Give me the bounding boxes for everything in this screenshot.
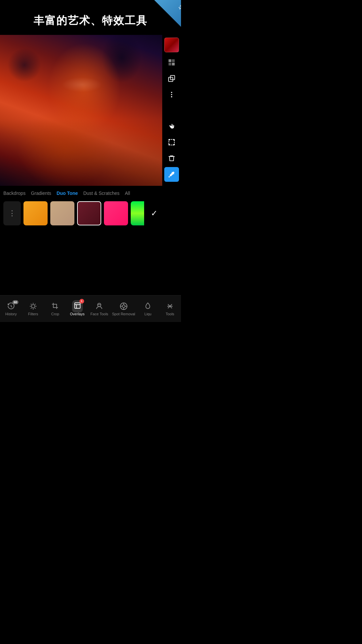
swatch-tan[interactable] [50, 201, 74, 225]
overlays-badge: 1 [79, 299, 84, 304]
nav-crop[interactable]: Crop [46, 302, 65, 316]
more-options-button[interactable] [164, 87, 179, 102]
watermark-text: 扬华NET [177, 2, 181, 13]
svg-rect-3 [172, 63, 175, 65]
glasses-reflection [62, 77, 102, 92]
tab-backdrops[interactable]: Backdrops [3, 190, 25, 197]
page-title: 丰富的艺术、特效工具 [0, 0, 181, 35]
spot-removal-label: Spot Removal [112, 312, 135, 316]
checkerboard-icon [168, 59, 175, 66]
nav-face-tools[interactable]: Face Tools [90, 302, 109, 316]
color-swatch[interactable] [164, 38, 179, 52]
app-container: 扬华NET 丰富的艺术、特效工具 [0, 0, 181, 322]
face-tools-label: Face Tools [90, 312, 108, 316]
duplicate-icon [168, 75, 175, 82]
tools-label: Tools [166, 312, 174, 316]
crop-icon [51, 302, 60, 311]
svg-point-17 [98, 303, 101, 307]
svg-rect-1 [172, 59, 175, 62]
tab-dust-scratches[interactable]: Dust & Scratches [83, 190, 119, 197]
svg-point-18 [99, 305, 99, 305]
tab-duo-tone[interactable]: Duo Tone [57, 190, 78, 197]
svg-rect-0 [169, 59, 171, 62]
svg-rect-16 [74, 303, 80, 308]
swatch-orange[interactable] [23, 201, 48, 225]
transform-icon [168, 139, 175, 146]
trash-icon [168, 155, 175, 162]
tools-icon [165, 302, 175, 311]
eyedropper-icon [168, 171, 175, 178]
nav-overlays[interactable]: 1 Overlays [68, 302, 87, 316]
photo-canvas[interactable] [0, 35, 162, 186]
duplicate-button[interactable] [164, 71, 179, 86]
tool-panel [162, 35, 181, 186]
svg-point-14 [169, 176, 170, 178]
crop-label: Crop [51, 312, 59, 316]
swatch-green[interactable] [131, 201, 144, 225]
overlays-label: Overlays [70, 312, 84, 316]
nav-tools[interactable]: Tools [161, 302, 179, 316]
transparency-button[interactable] [164, 55, 179, 70]
delete-button[interactable] [164, 151, 179, 166]
eyedropper-button[interactable] [164, 167, 179, 182]
filters-label: Filters [28, 312, 38, 316]
svg-point-6 [171, 92, 172, 93]
svg-rect-12 [169, 144, 170, 146]
svg-rect-10 [169, 139, 170, 141]
nav-filters[interactable]: Filters [24, 302, 43, 316]
nav-spot-removal[interactable]: Spot Removal [112, 302, 135, 316]
svg-rect-2 [169, 63, 171, 65]
history-icon: 60 [6, 302, 16, 311]
category-tabs: Backdrops Gradients Duo Tone Dust & Scra… [0, 186, 181, 199]
svg-point-19 [100, 305, 100, 305]
transform-button[interactable] [164, 135, 179, 150]
pan-button[interactable] [164, 119, 179, 133]
swatch-more[interactable]: ⋮ [3, 201, 21, 225]
history-badge: 60 [12, 300, 18, 304]
photo-gradient [0, 119, 162, 186]
liquify-icon [143, 302, 153, 311]
nav-history[interactable]: 60 History [2, 302, 20, 316]
spot-removal-icon [119, 302, 128, 311]
hand-icon [168, 122, 175, 130]
history-label: History [5, 312, 17, 316]
svg-rect-13 [174, 144, 175, 146]
swatches-row: ⋮ [0, 199, 181, 227]
tab-all[interactable]: All [125, 190, 130, 197]
svg-point-8 [171, 96, 172, 98]
bottom-nav: 60 History Filters [0, 295, 181, 322]
filters-icon [28, 302, 38, 311]
svg-rect-11 [174, 139, 175, 141]
tab-gradients[interactable]: Gradients [31, 190, 51, 197]
nav-liquify[interactable]: Liqu [138, 302, 157, 316]
face-tools-icon [95, 302, 104, 311]
liquify-label: Liqu [144, 312, 152, 316]
swatch-confirm[interactable] [147, 201, 162, 225]
svg-point-7 [171, 94, 172, 95]
swatch-dark-red[interactable] [77, 201, 101, 225]
svg-point-15 [32, 305, 35, 308]
more-icon [168, 91, 175, 98]
image-tools-area [0, 35, 181, 186]
swatch-pink-red[interactable] [104, 201, 128, 225]
overlays-icon: 1 [73, 302, 82, 311]
